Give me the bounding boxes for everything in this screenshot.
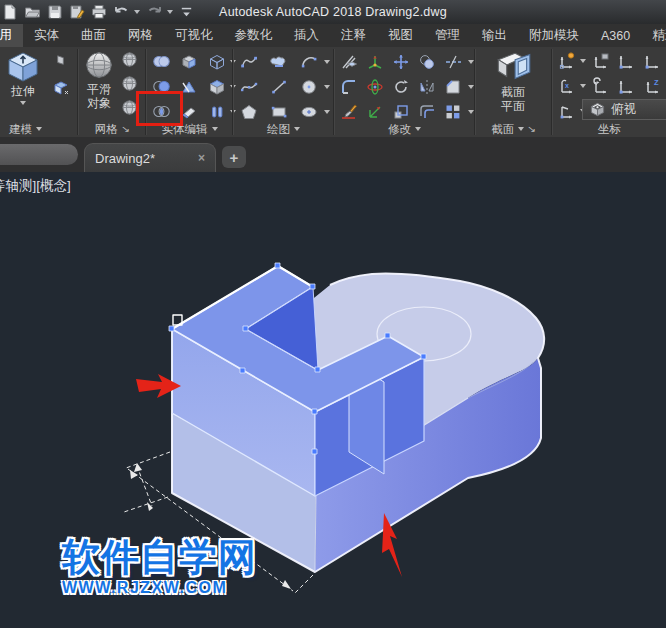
imprint-button[interactable] xyxy=(177,50,201,74)
3d-move-button[interactable] xyxy=(363,50,387,74)
panel-label-coordinates[interactable]: 坐标 xyxy=(553,121,666,137)
explode-button[interactable] xyxy=(337,50,361,74)
viewcube-icon xyxy=(589,101,606,118)
ucs-origin-button[interactable] xyxy=(615,49,639,73)
autocad-window: Autodesk AutoCAD 2018 Drawing2.dwg 常用 实体… xyxy=(0,0,666,628)
extrude-icon xyxy=(6,50,40,84)
tab-surface[interactable]: 曲面 xyxy=(70,24,117,47)
file-tab-bar: Drawing2* × + xyxy=(0,137,666,172)
copy-button[interactable] xyxy=(415,50,439,74)
ucs-object-button[interactable] xyxy=(615,74,639,98)
extrude-dropdown-caret[interactable] xyxy=(20,101,26,105)
extrude-button[interactable]: 拉伸 xyxy=(6,50,40,105)
offset-button[interactable] xyxy=(415,100,439,124)
extrude-face-button[interactable] xyxy=(205,75,229,99)
file-tab-partial[interactable] xyxy=(0,144,78,165)
view-selector[interactable]: 俯视 xyxy=(582,99,666,120)
section-plane-label-1: 截面 xyxy=(501,85,525,99)
smooth-object-label-1: 平滑 xyxy=(87,82,111,96)
ellipse-button[interactable] xyxy=(297,100,321,124)
tab-annotate[interactable]: 注释 xyxy=(330,24,377,47)
extrude-label: 拉伸 xyxy=(11,84,35,98)
tab-view[interactable]: 视图 xyxy=(377,24,424,47)
mesh-panel-launcher-icon[interactable]: ↘ xyxy=(121,124,130,134)
move-button[interactable] xyxy=(389,50,413,74)
spline-button[interactable] xyxy=(237,75,261,99)
union-button[interactable] xyxy=(149,50,173,74)
panel-label-section[interactable]: 截面 ↘ xyxy=(476,121,551,137)
panel-modeling: 拉伸 建模 xyxy=(0,47,77,137)
file-tab-drawing2[interactable]: Drawing2* × xyxy=(84,143,216,172)
section-plane-icon xyxy=(492,49,534,85)
smooth-more-icon[interactable] xyxy=(121,51,138,72)
drawing-canvas[interactable]: 等轴测][概念] xyxy=(0,172,666,628)
ucs-3point-button[interactable] xyxy=(641,49,665,73)
3d-rotate-button[interactable] xyxy=(363,75,387,99)
file-tab-label: Drawing2* xyxy=(95,151,155,166)
rotate-button[interactable] xyxy=(389,75,413,99)
tab-insert[interactable]: 插入 xyxy=(283,24,330,47)
tab-addins[interactable]: 附加模块 xyxy=(518,24,590,47)
ucs-icon-dropdown-caret[interactable] xyxy=(577,49,588,73)
tutorial-highlight-box xyxy=(136,91,183,126)
panel-section: 截面 平面 截面 ↘ xyxy=(476,47,551,137)
panel-label-draw[interactable]: 绘图 xyxy=(234,121,333,137)
mirror-button[interactable] xyxy=(415,75,439,99)
section-plane-button[interactable]: 截面 平面 xyxy=(492,49,534,113)
tab-featured-apps[interactable]: 精选应用 xyxy=(641,24,666,47)
tab-a360[interactable]: A360 xyxy=(590,24,641,47)
ucs-previous-button[interactable] xyxy=(589,74,613,98)
ucs-x-button[interactable] xyxy=(555,74,579,98)
panel-label-modeling[interactable]: 建模 xyxy=(0,121,77,137)
tab-manage[interactable]: 管理 xyxy=(424,24,471,47)
tab-home[interactable]: 常用 xyxy=(0,24,23,47)
tab-mesh[interactable]: 网格 xyxy=(117,24,164,47)
panel-label-modify[interactable]: 修改 xyxy=(335,121,474,137)
ucs-x-dropdown-caret[interactable] xyxy=(577,74,588,98)
polygon-button[interactable] xyxy=(237,100,261,124)
rectangle-button[interactable] xyxy=(267,100,291,124)
tab-output[interactable]: 输出 xyxy=(471,24,518,47)
ribbon: 拉伸 建模 平滑 对象 网格 xyxy=(0,47,666,138)
section-plane-label-2: 平面 xyxy=(501,99,525,113)
ucs-named-button[interactable] xyxy=(589,49,613,73)
tab-solid[interactable]: 实体 xyxy=(23,24,70,47)
smooth-object-icon xyxy=(83,50,115,82)
fillet-button[interactable] xyxy=(337,75,361,99)
new-drawing-tab-button[interactable]: + xyxy=(222,146,246,168)
polysolid-icon[interactable] xyxy=(52,79,70,101)
watermark-site-url: WWW.RJZXW.COM xyxy=(62,580,257,596)
line-button[interactable] xyxy=(267,75,291,99)
separate-button[interactable] xyxy=(205,100,229,124)
panel-draw: 绘图 xyxy=(234,47,333,137)
divide-button[interactable] xyxy=(441,50,465,74)
revision-cloud-button[interactable] xyxy=(267,50,291,74)
watermark-site-name: 软件自学网 xyxy=(62,538,257,576)
section-panel-launcher-icon[interactable]: ↘ xyxy=(527,124,536,134)
arc-dropdown-caret[interactable] xyxy=(321,50,332,74)
array-button[interactable] xyxy=(441,100,465,124)
circle-dropdown-caret[interactable] xyxy=(321,75,332,99)
title-bar: Autodesk AutoCAD 2018 Drawing2.dwg xyxy=(0,0,666,24)
tab-visualize[interactable]: 可视化 xyxy=(164,24,224,47)
panel-modify: 修改 xyxy=(335,47,474,137)
ucs-z-button[interactable] xyxy=(641,74,665,98)
match-properties-button[interactable] xyxy=(337,100,361,124)
chamfer-button[interactable] xyxy=(441,75,465,99)
circle-button[interactable] xyxy=(297,75,321,99)
window-title: Autodesk AutoCAD 2018 Drawing2.dwg xyxy=(0,5,666,19)
ucs-icon-button[interactable] xyxy=(555,49,579,73)
arc-button[interactable] xyxy=(297,50,321,74)
ribbon-tab-bar: 常用 实体 曲面 网格 可视化 参数化 插入 注释 视图 管理 输出 附加模块 … xyxy=(0,24,666,48)
close-tab-icon[interactable]: × xyxy=(198,151,205,165)
scale-button[interactable] xyxy=(389,100,413,124)
tab-parametric[interactable]: 参数化 xyxy=(224,24,284,47)
smooth-object-button[interactable]: 平滑 对象 xyxy=(83,50,115,110)
shell-button[interactable] xyxy=(205,50,229,74)
polyline-button[interactable] xyxy=(237,50,261,74)
ellipse-dropdown-caret[interactable] xyxy=(321,100,332,124)
ucs-view-button[interactable] xyxy=(555,99,579,123)
3d-scale-button[interactable] xyxy=(363,100,387,124)
smooth-object-label-2: 对象 xyxy=(87,96,111,110)
presspull-icon[interactable] xyxy=(52,53,69,74)
